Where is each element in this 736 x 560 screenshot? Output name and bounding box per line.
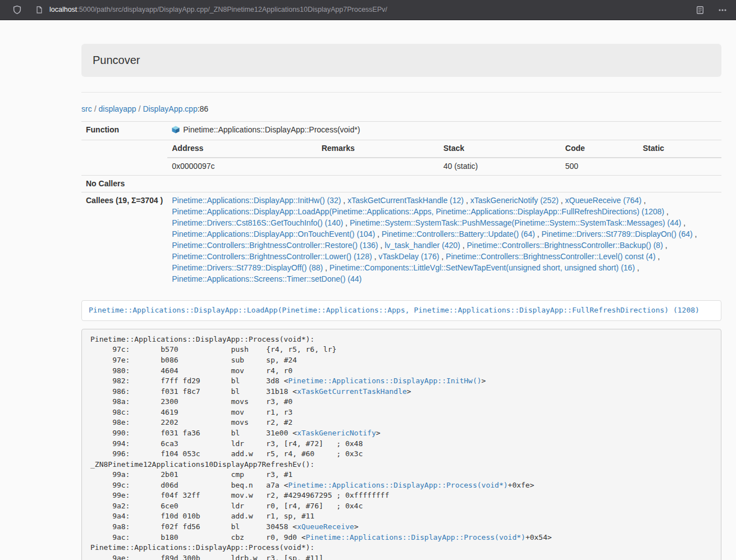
callee-link[interactable]: Pinetime::Drivers::St7789::DisplayOn() (… — [542, 229, 693, 238]
stat-remarks-value — [317, 158, 439, 175]
stat-code-value: 500 — [561, 158, 638, 175]
divider — [81, 92, 721, 93]
function-name: Pinetime::Applications::DisplayApp::Proc… — [183, 125, 360, 134]
code-symbol-link[interactable]: Pinetime::Applications::DisplayApp::Proc… — [306, 533, 525, 541]
stats-header-static: Static — [638, 140, 721, 158]
stat-static-value — [638, 158, 721, 175]
stats-table: Address Remarks Stack Code Static 0x0000… — [167, 140, 721, 175]
highlighted-symbol-link[interactable]: Pinetime::Applications::DisplayApp::Load… — [89, 306, 700, 314]
code-symbol-link[interactable]: Pinetime::Applications::DisplayApp::Proc… — [288, 481, 508, 489]
table-row: Callees (19, Σ=3704 ) Pinetime::Applicat… — [81, 192, 721, 288]
code-symbol-link[interactable]: xQueueReceive — [297, 522, 354, 531]
stat-stack-value: 40 (static) — [439, 158, 561, 175]
app-title: Puncover — [93, 54, 140, 66]
app-header: Puncover — [81, 44, 721, 77]
url-path: :5000/path/src/displayapp/DisplayApp.cpp… — [77, 6, 387, 13]
callee-link[interactable]: Pinetime::Drivers::St7789::DisplayOff() … — [172, 263, 323, 272]
reader-mode-icon[interactable] — [692, 2, 708, 18]
breadcrumb-displayapp-link[interactable]: displayapp — [99, 104, 136, 113]
table-row: Address Remarks Stack Code Static 0x0000… — [81, 140, 721, 175]
url-host: localhost — [49, 6, 77, 13]
symbol-type-icon — [172, 126, 180, 137]
disassembly: Pinetime::Applications::DisplayApp::Proc… — [81, 329, 721, 560]
stats-header-row: Address Remarks Stack Code Static — [167, 140, 721, 158]
callee-link[interactable]: vTaskDelay (176) — [378, 252, 439, 261]
callee-link[interactable]: Pinetime::Controllers::BrightnessControl… — [446, 252, 655, 261]
function-table: Function Pinetime::Applications::Display… — [81, 121, 721, 288]
page-info-icon[interactable] — [31, 2, 47, 18]
table-row: No Callers — [81, 175, 721, 192]
callee-link[interactable]: Pinetime::Applications::DisplayApp::Load… — [172, 207, 664, 216]
callee-link[interactable]: Pinetime::Applications::DisplayApp::Init… — [172, 196, 341, 205]
no-callers-label: No Callers — [81, 175, 167, 192]
stats-cell: Address Remarks Stack Code Static 0x0000… — [167, 140, 721, 175]
breadcrumb: src/displayapp/DisplayApp.cpp:86 — [81, 104, 721, 115]
stats-header-code: Code — [561, 140, 638, 158]
stats-header-address: Address — [167, 140, 317, 158]
url-bar[interactable]: localhost:5000/path/src/displayapp/Displ… — [49, 5, 387, 15]
breadcrumb-separator: / — [94, 104, 97, 113]
empty-label-cell — [81, 140, 167, 175]
callee-link[interactable]: xTaskGetCurrentTaskHandle (12) — [348, 196, 464, 205]
callee-link[interactable]: Pinetime::Controllers::BrightnessControl… — [172, 252, 372, 261]
callee-link[interactable]: Pinetime::Controllers::BrightnessControl… — [172, 241, 378, 250]
stats-header-stack: Stack — [439, 140, 561, 158]
breadcrumb-src-link[interactable]: src — [81, 104, 92, 113]
highlighted-symbol-box: Pinetime::Applications::DisplayApp::Load… — [81, 300, 721, 321]
callee-link[interactable]: Pinetime::Applications::Screens::Timer::… — [172, 274, 362, 283]
breadcrumb-separator: / — [139, 104, 141, 113]
page-actions-menu-icon[interactable] — [715, 2, 730, 18]
stats-header-remarks: Remarks — [317, 140, 439, 158]
callee-link[interactable]: Pinetime::Controllers::Battery::Update()… — [382, 229, 535, 238]
callee-link[interactable]: lv_task_handler (420) — [385, 241, 460, 250]
callee-link[interactable]: Pinetime::System::SystemTask::PushMessag… — [350, 218, 682, 227]
code-symbol-link[interactable]: Pinetime::Applications::DisplayApp::Init… — [288, 377, 481, 385]
function-row-label: Function — [81, 121, 167, 140]
browser-toolbar: localhost:5000/path/src/displayapp/Displ… — [0, 0, 736, 20]
callee-link[interactable]: Pinetime::Applications::DisplayApp::OnTo… — [172, 229, 375, 238]
callee-link[interactable]: Pinetime::Drivers::Cst816S::GetTouchInfo… — [172, 218, 343, 227]
callee-link[interactable]: Pinetime::Controllers::BrightnessControl… — [467, 241, 662, 250]
callees-list: Pinetime::Applications::DisplayApp::Init… — [167, 192, 721, 288]
no-callers-cell — [167, 175, 721, 192]
callees-label: Callees (19, Σ=3704 ) — [81, 192, 167, 288]
table-row: Function Pinetime::Applications::Display… — [81, 121, 721, 140]
line-number: :86 — [198, 104, 208, 113]
shield-icon[interactable] — [9, 2, 25, 18]
stat-address-value: 0x0000097c — [167, 158, 317, 175]
breadcrumb-file-link[interactable]: DisplayApp.cpp — [143, 104, 197, 113]
callee-link[interactable]: Pinetime::Components::LittleVgl::SetNewT… — [330, 263, 635, 272]
stats-value-row: 0x0000097c 40 (static) 500 — [167, 158, 721, 175]
code-symbol-link[interactable]: xTaskGenericNotify — [297, 429, 376, 437]
code-symbol-link[interactable]: xTaskGetCurrentTaskHandle — [297, 387, 407, 396]
callee-link[interactable]: xTaskGenericNotify (252) — [470, 196, 559, 205]
page-container: Puncover src/displayapp/DisplayApp.cpp:8… — [81, 20, 721, 560]
callee-link[interactable]: xQueueReceive (764) — [565, 196, 642, 205]
function-name-cell: Pinetime::Applications::DisplayApp::Proc… — [167, 121, 721, 140]
